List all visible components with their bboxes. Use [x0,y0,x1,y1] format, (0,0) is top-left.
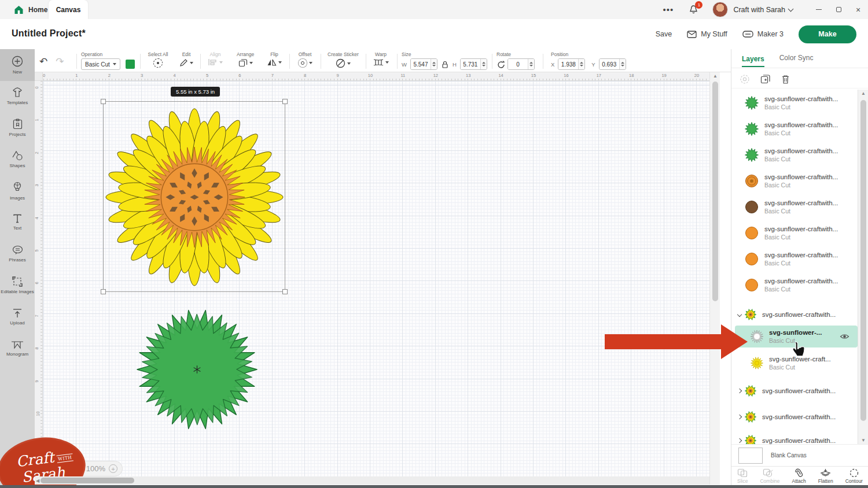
sunflower-graphic[interactable] [104,103,285,291]
layer-operation: Basic Cut [764,260,838,267]
offset-button[interactable] [293,58,317,68]
make-label: Make [818,30,836,38]
redo-button[interactable]: ↷ [56,56,64,68]
layer-group-row[interactable]: svg-sunflower-craftwith... [735,434,858,444]
maximize-button[interactable] [829,0,848,19]
color-swatch[interactable] [126,60,135,69]
layer-row[interactable]: svg-sunflower-craftwith...Basic Cut [735,121,858,136]
account-name[interactable]: Craft with Sarah [733,6,785,14]
my-stuff-icon [687,31,697,38]
layer-row[interactable]: svg-sunflower-craftwith...Basic Cut [735,199,858,215]
visibility-eye-icon[interactable] [840,333,849,340]
layer-group-row[interactable]: svg-sunflower-craftwith... [735,308,858,321]
vertical-scroll-thumb[interactable] [712,82,718,301]
pos-x-stepper[interactable] [578,59,584,69]
design-space-window: Home Canvas ••• 1 Craft with Sarah × Unt… [0,0,868,488]
home-label: Home [28,6,47,14]
layer-row[interactable]: svg-sunflower-craftwith...Basic Cut [735,173,858,188]
chevron-down-icon[interactable] [737,312,742,317]
scroll-left-icon[interactable]: ◀ [36,478,39,483]
vertical-scrollbar[interactable]: ▲ [709,72,720,485]
chevron-right-icon[interactable] [737,415,742,419]
machine-select-button[interactable]: Maker 3 [742,30,784,38]
horizontal-scrollbar[interactable]: ◀ [35,476,720,485]
scroll-up-icon[interactable]: ▲ [713,73,718,79]
layer-operation: Basic Cut [764,156,838,162]
layers-scroll-thumb[interactable] [860,100,866,421]
operation-dropdown[interactable]: Basic Cut [81,58,120,70]
make-button[interactable]: Make [799,25,856,43]
delete-button[interactable] [781,74,790,84]
rotate-icon[interactable] [496,60,506,69]
design-canvas[interactable]: 01234567891011121314151617181920 0123456… [35,72,720,485]
layer-group-row[interactable]: svg-sunflower-craftwith... [735,411,858,423]
duplicate-button[interactable] [760,74,771,84]
avatar[interactable] [712,2,728,17]
canvas-grid[interactable]: 5.55 in x 5.73 in 100% + Craft WITH Sara… [43,81,709,476]
layer-operation: Basic Cut [764,182,838,188]
layer-row[interactable]: svg-sunflower-craftwith...Basic Cut [735,225,858,241]
layer-group-row[interactable]: svg-sunflower-craftwith... [735,385,858,397]
blank-canvas-row[interactable]: Blank Canvas [731,444,868,466]
sidebar-item-images[interactable]: Images [0,175,35,207]
tab-color-sync[interactable]: Color Sync [779,54,814,63]
account-chevron-down-icon[interactable] [788,6,794,12]
layers-scrollbar[interactable]: ▲ ▼ [858,90,868,444]
flip-label: Flip [264,51,285,57]
pos-y-input[interactable] [599,59,619,69]
width-input[interactable] [411,59,431,69]
sidebar-item-templates[interactable]: Templates [0,81,35,113]
sidebar-item-shapes[interactable]: Shapes [0,144,35,176]
layer-name: svg-sunflower-craftwith... [762,437,836,444]
width-stepper[interactable] [431,59,437,69]
rotate-input[interactable] [508,59,528,69]
height-input[interactable] [461,59,480,69]
home-tab[interactable]: Home [14,0,47,19]
minimize-button[interactable] [809,0,829,19]
canvas-tab[interactable]: Canvas [49,0,88,19]
sidebar-item-projects[interactable]: Projects [0,112,35,144]
sidebar-item-phrases[interactable]: Phrases [0,238,35,270]
create-sticker-button[interactable] [324,58,362,68]
attach-button[interactable]: Attach [792,468,806,484]
warp-button[interactable] [369,58,392,66]
sidebar-item-upload[interactable]: Upload [0,301,35,333]
green-flower-graphic[interactable] [135,304,259,436]
tab-layers[interactable]: Layers [742,55,764,67]
horizontal-scroll-thumb[interactable] [41,478,134,483]
chevron-right-icon[interactable] [737,389,742,393]
layer-row[interactable]: svg-sunflower-craftwith...Basic Cut [735,147,858,162]
undo-button[interactable]: ↶ [39,56,47,68]
flatten-icon [820,468,831,478]
save-button[interactable]: Save [656,30,672,38]
flatten-button[interactable]: Flatten [818,468,833,484]
layer-operation: Basic Cut [764,130,838,136]
layer-name: svg-sunflower-craftwith... [764,199,838,206]
sidebar-item-new[interactable]: New [0,49,35,81]
more-menu-icon[interactable]: ••• [663,5,674,14]
height-stepper[interactable] [480,59,487,69]
rotate-stepper[interactable] [528,59,534,69]
edit-button[interactable] [176,58,197,67]
layer-row[interactable]: svg-sunflower-craftwith...Basic Cut [735,95,858,110]
lock-aspect-icon[interactable] [442,61,448,68]
pos-x-input[interactable] [558,59,578,69]
layers-scroll-down-icon[interactable]: ▼ [861,438,866,443]
close-button[interactable]: × [848,0,868,19]
my-stuff-button[interactable]: My Stuff [687,30,727,38]
blank-canvas-swatch[interactable] [738,448,763,464]
select-all-button[interactable] [145,58,171,68]
notifications-button[interactable]: 1 [689,5,698,15]
layer-row[interactable]: svg-sunflower-craftwith...Basic Cut [735,252,858,267]
sidebar-item-monogram[interactable]: Monogram [0,333,35,365]
pos-y-stepper[interactable] [619,59,626,69]
sidebar-item-editable-images[interactable]: Editable Images [0,270,35,302]
contour-button[interactable]: Contour [845,468,863,484]
layers-scroll-up-icon[interactable]: ▲ [861,91,866,96]
sidebar-item-text[interactable]: Text [0,207,35,239]
layer-row[interactable]: svg-sunflower-craftwith...Basic Cut [735,278,858,293]
zoom-in-icon[interactable]: + [109,464,117,473]
flip-button[interactable] [264,58,285,66]
chevron-right-icon[interactable] [737,438,742,443]
arrange-button[interactable] [231,58,259,67]
